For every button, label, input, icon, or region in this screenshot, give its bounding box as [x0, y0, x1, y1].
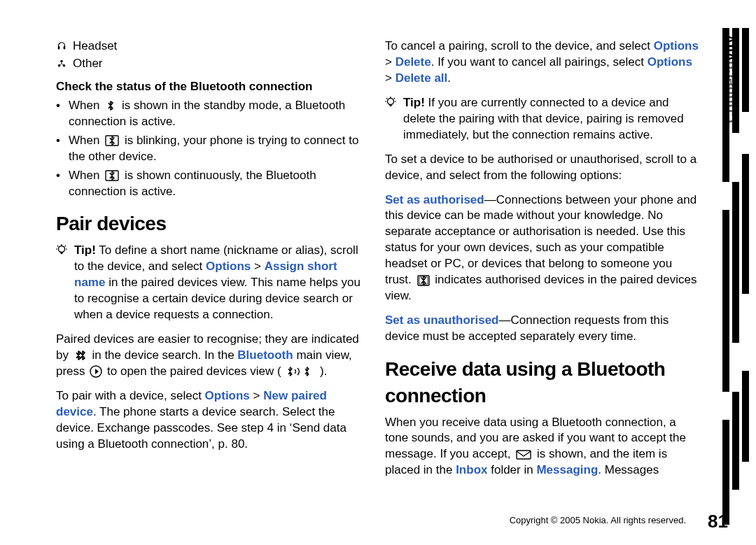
- bluetooth-icon: [104, 100, 117, 111]
- pair-devices-heading: Pair devices: [56, 211, 370, 237]
- options-link: Options: [205, 389, 250, 402]
- options-link: Options: [206, 260, 251, 273]
- page-number: 81: [708, 509, 728, 534]
- decorative-bars: [714, 0, 756, 545]
- check-status-heading: Check the status of the Bluetooth connec…: [56, 79, 370, 95]
- device-type-headset: Headset: [56, 38, 370, 55]
- tip-icon: [56, 243, 69, 323]
- options-link: Options: [648, 55, 692, 69]
- bluetooth-box-icon: [104, 170, 120, 181]
- messaging-link: Messaging: [536, 463, 598, 476]
- bluetooth-wave-icon: [286, 366, 315, 377]
- cancel-pairing-paragraph: To cancel a pairing, scroll to the devic…: [385, 38, 699, 87]
- status-bullet: • When is blinking, your phone is trying…: [56, 133, 370, 165]
- set-authorised-label: Set as authorised: [385, 193, 484, 206]
- status-bullet: • When is shown in the standby mode, a B…: [56, 98, 370, 130]
- other-icon: [56, 59, 67, 69]
- bluetooth-link: Bluetooth: [237, 348, 293, 362]
- set-unauthorised-paragraph: Set as unauthorised—Connection requests …: [385, 313, 699, 345]
- status-bullets: • When is shown in the standby mode, a B…: [56, 98, 370, 200]
- headset-icon: [56, 41, 67, 51]
- copyright-footer: Copyright © 2005 Nokia. All rights reser…: [510, 514, 686, 527]
- delete-all-link: Delete all: [396, 71, 448, 85]
- left-column: Headset Other Check the status of the Bl…: [56, 38, 370, 487]
- set-unauthorised-label: Set as unauthorised: [385, 313, 498, 327]
- nav-right-icon: [90, 365, 102, 378]
- set-authorised-paragraph: Set as authorised—Connections between yo…: [385, 192, 699, 305]
- bullet-dot: •: [56, 98, 62, 130]
- paired-recognise-paragraph: Paired devices are easier to recognise; …: [56, 332, 370, 380]
- delete-link: Delete: [396, 55, 431, 69]
- right-column: To cancel a pairing, scroll to the devic…: [385, 38, 699, 487]
- bullet-dot: •: [56, 133, 62, 165]
- device-type-label: Other: [73, 56, 103, 72]
- receive-data-heading: Receive data using a Bluetooth connectio…: [385, 356, 699, 409]
- bluetooth-pair-icon: [74, 350, 88, 361]
- bullet-dot: •: [56, 168, 62, 200]
- tip-block: Tip! To define a short name (nickname or…: [56, 243, 370, 323]
- pair-steps-paragraph: To pair with a device, select Options > …: [56, 388, 370, 453]
- bluetooth-box-icon: [104, 135, 120, 146]
- status-bullet: • When is shown continuously, the Blueto…: [56, 168, 370, 200]
- auth-intro-paragraph: To set a device to be authorised or unau…: [385, 152, 699, 184]
- device-type-list: Headset Other: [56, 38, 370, 72]
- inbox-link: Inbox: [456, 463, 487, 476]
- authorised-box-icon: [416, 275, 430, 286]
- device-type-other: Other: [56, 56, 370, 72]
- device-type-label: Headset: [73, 38, 117, 55]
- tip-icon: [385, 95, 398, 143]
- page-content: Headset Other Check the status of the Bl…: [56, 38, 700, 487]
- options-link: Options: [654, 39, 699, 52]
- receive-data-paragraph: When you receive data using a Bluetooth …: [385, 415, 699, 479]
- tip-block: Tip! If you are currently connected to a…: [385, 95, 699, 143]
- envelope-icon: [515, 449, 532, 460]
